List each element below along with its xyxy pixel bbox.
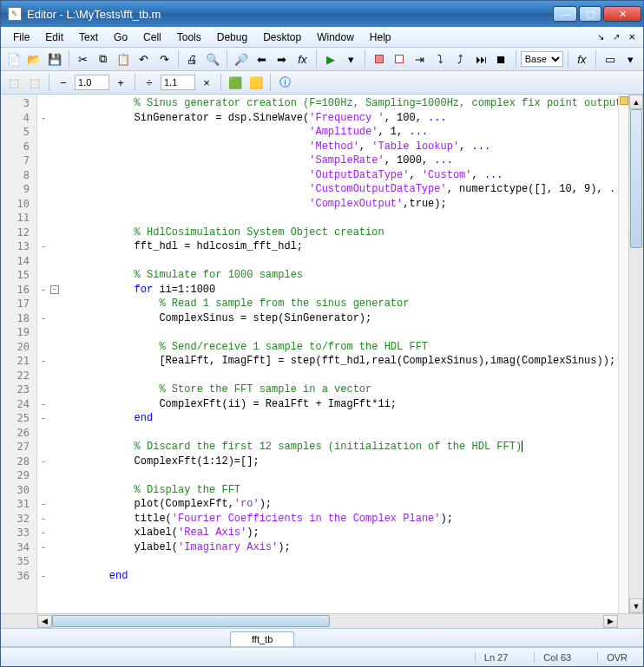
horizontal-scrollbar[interactable]: ◀ ▶ xyxy=(37,613,618,628)
code-analyzer-bar[interactable] xyxy=(618,95,628,613)
menu-window[interactable]: Window xyxy=(310,29,361,46)
cell-eval-icon[interactable]: ⬚ xyxy=(4,73,23,92)
app-icon: ✎ xyxy=(8,7,22,21)
plus-icon[interactable]: + xyxy=(111,73,130,92)
breakpoint-set-icon[interactable] xyxy=(370,49,389,69)
increment-input-2[interactable] xyxy=(161,75,195,90)
stack-combo[interactable]: Base xyxy=(521,51,563,67)
scroll-right-icon[interactable]: ▶ xyxy=(603,615,618,628)
menu-cell[interactable]: Cell xyxy=(136,29,168,46)
cut-icon[interactable]: ✂ xyxy=(74,49,93,69)
statusbar: Ln 27 Col 63 OVR xyxy=(1,647,643,666)
dock-icon[interactable]: ↘ xyxy=(595,31,607,43)
step-icon[interactable]: ⇥ xyxy=(411,49,430,69)
stop-debug-icon[interactable]: ⏹ xyxy=(492,49,511,69)
step-out-icon[interactable]: ⤴ xyxy=(451,49,470,69)
new-file-icon[interactable]: 📄 xyxy=(4,49,23,69)
divide-icon[interactable]: ÷ xyxy=(140,73,159,92)
line-gutter[interactable]: 3456789101112131415161718192021222324252… xyxy=(1,95,37,613)
fx-icon[interactable]: fx xyxy=(293,49,312,69)
fx-toolbar-icon[interactable]: fx xyxy=(572,49,591,69)
step-in-icon[interactable]: ⤵ xyxy=(431,49,450,69)
redo-icon[interactable]: ↷ xyxy=(155,49,174,69)
scroll-down-icon[interactable]: ▼ xyxy=(629,598,643,613)
undo-icon[interactable]: ↶ xyxy=(135,49,154,69)
menubar: File Edit Text Go Cell Tools Debug Deskt… xyxy=(1,27,643,48)
menu-help[interactable]: Help xyxy=(363,29,398,46)
find-files-icon[interactable]: 🔍 xyxy=(204,49,223,69)
window-title: Editor - L:\MyTests\fft_tb.m xyxy=(27,8,553,21)
goto-back-icon[interactable]: ⬅ xyxy=(253,49,272,69)
status-line: Ln 27 xyxy=(475,652,517,663)
maximize-button[interactable]: ▢ xyxy=(579,6,601,22)
vertical-scrollbar[interactable]: ▲ ▼ xyxy=(628,95,643,613)
minimize-button[interactable]: — xyxy=(553,6,577,22)
minus-icon[interactable]: − xyxy=(54,73,73,92)
status-mode[interactable]: OVR xyxy=(597,652,636,663)
menu-debug[interactable]: Debug xyxy=(210,29,254,46)
menu-text[interactable]: Text xyxy=(72,29,105,46)
menu-file[interactable]: File xyxy=(6,29,36,46)
menu-tools[interactable]: Tools xyxy=(170,29,208,46)
menu-go[interactable]: Go xyxy=(107,29,135,46)
layout-icon[interactable]: ▭ xyxy=(601,49,620,69)
copy-icon[interactable]: ⧉ xyxy=(94,49,113,69)
editor-area: 3456789101112131415161718192021222324252… xyxy=(1,95,643,613)
undock-icon[interactable]: ↗ xyxy=(610,31,622,43)
scroll-up-icon[interactable]: ▲ xyxy=(629,95,643,109)
continue-icon[interactable]: ⏭ xyxy=(472,49,491,69)
fold-column[interactable]: − xyxy=(49,95,60,613)
breakpoint-column[interactable]: - - - - - -- - ---- - xyxy=(37,95,49,613)
publish-icon[interactable]: 🟩 xyxy=(226,73,245,92)
vscroll-thumb[interactable] xyxy=(630,109,642,248)
close-button[interactable]: ✕ xyxy=(603,6,641,22)
paste-icon[interactable]: 📋 xyxy=(115,49,134,69)
publish2-icon[interactable]: 🟨 xyxy=(246,73,266,92)
editor-window: ✎ Editor - L:\MyTests\fft_tb.m — ▢ ✕ Fil… xyxy=(0,0,644,667)
menu-desktop[interactable]: Desktop xyxy=(256,29,308,46)
code-analyzer-indicator[interactable] xyxy=(620,96,628,105)
increment-input-1[interactable] xyxy=(75,75,109,90)
cell-eval-advance-icon[interactable]: ⬚ xyxy=(25,73,44,92)
hscroll-thumb[interactable] xyxy=(52,615,330,627)
inner-close-icon[interactable]: ✕ xyxy=(626,31,638,43)
find-icon[interactable]: 🔎 xyxy=(232,49,251,69)
fold-icon[interactable]: − xyxy=(50,285,59,294)
open-file-icon[interactable]: 📂 xyxy=(25,49,44,69)
run-drop-icon[interactable]: ▾ xyxy=(342,49,361,69)
multiply-icon[interactable]: × xyxy=(197,73,216,92)
window-controls: — ▢ ✕ xyxy=(553,6,641,22)
toolbar-cell: ⬚ ⬚ − + ÷ × 🟩 🟨 ⓘ xyxy=(1,71,643,95)
status-col: Col 63 xyxy=(534,652,580,663)
layout-drop-icon[interactable]: ▾ xyxy=(621,49,640,69)
scroll-left-icon[interactable]: ◀ xyxy=(37,615,52,628)
goto-fwd-icon[interactable]: ➡ xyxy=(273,49,292,69)
save-icon[interactable]: 💾 xyxy=(45,49,64,69)
file-tabstrip: fft_tb xyxy=(1,628,643,647)
run-icon[interactable]: ▶ xyxy=(321,49,340,69)
menu-edit[interactable]: Edit xyxy=(38,29,70,46)
code-editor[interactable]: % Sinus generator creation (F=100Hz, Sam… xyxy=(60,95,618,613)
info-icon[interactable]: ⓘ xyxy=(275,73,294,92)
print-icon[interactable]: 🖨 xyxy=(183,49,202,69)
toolbar-main: 📄 📂 💾 ✂ ⧉ 📋 ↶ ↷ 🖨 🔍 🔎 ⬅ ➡ fx ▶ ▾ ⇥ ⤵ ⤴ ⏭… xyxy=(1,48,643,71)
titlebar[interactable]: ✎ Editor - L:\MyTests\fft_tb.m — ▢ ✕ xyxy=(1,1,643,27)
file-tab[interactable]: fft_tb xyxy=(230,631,294,646)
breakpoint-clear-icon[interactable] xyxy=(391,49,410,69)
